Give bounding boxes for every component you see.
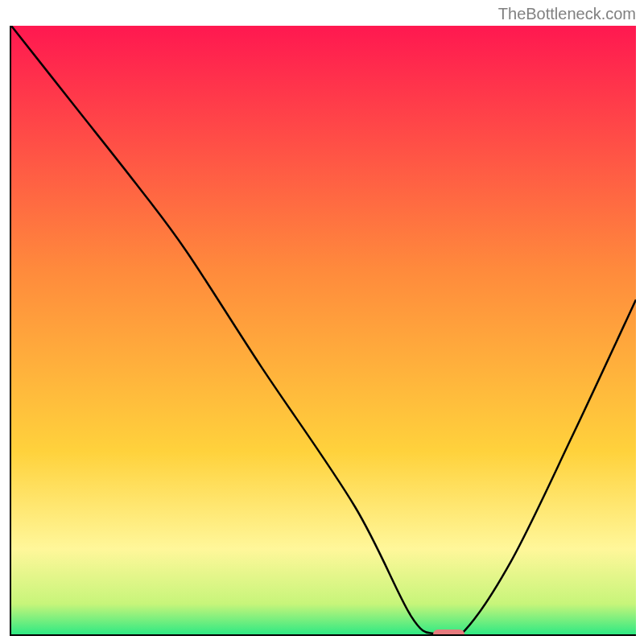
bottleneck-chart: TheBottleneck.com — [0, 0, 644, 644]
optimal-marker — [433, 630, 464, 636]
bottleneck-curve — [11, 26, 636, 634]
watermark-text: TheBottleneck.com — [498, 5, 636, 23]
plot-area — [10, 26, 636, 636]
curve-layer — [11, 26, 636, 634]
